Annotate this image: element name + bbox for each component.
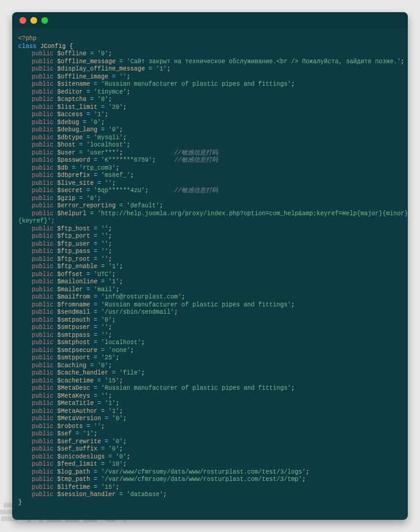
semicolon: ; — [108, 50, 112, 57]
code-line: public $sef_rewrite = '0'; — [12, 438, 408, 446]
string-value: '/var/www/cfmrsomy/data/www/rosturplast.… — [101, 476, 302, 483]
public-keyword: public — [32, 66, 54, 72]
var-name: $MetaTitle — [57, 400, 94, 407]
code-line: public $smtphost = 'localhost'; — [12, 339, 408, 347]
var-name: $sef — [57, 430, 72, 437]
public-keyword: public — [32, 180, 54, 187]
string-value: 'Russian manufacturer of plastic pipes a… — [101, 302, 291, 308]
string-value: 'localhost' — [86, 142, 127, 148]
code-line: {keyref}'; — [12, 218, 408, 226]
code-line: public $ftp_user = ''; — [12, 241, 408, 249]
string-value: '' — [119, 74, 127, 80]
public-keyword: public — [32, 119, 54, 126]
var-name: $ftp_root — [57, 256, 90, 263]
public-keyword: public — [32, 430, 54, 437]
public-keyword: public — [32, 165, 54, 171]
semicolon: ; — [291, 302, 295, 308]
semicolon: ; — [119, 446, 123, 452]
string-value: '0' — [97, 362, 108, 369]
semicolon: ; — [94, 430, 97, 437]
string-value: '0' — [90, 119, 101, 126]
window-titlebar — [12, 12, 408, 28]
semicolon: ; — [108, 96, 112, 103]
public-keyword: public — [32, 210, 54, 217]
semicolon: ; — [302, 476, 306, 483]
code-line: public $offline_image = ''; — [12, 74, 408, 81]
var-name: $fromname — [57, 302, 90, 308]
code-line: public $gzip = '0'; — [12, 195, 408, 203]
close-icon[interactable] — [19, 17, 26, 24]
semicolon: ; — [116, 354, 119, 361]
string-value: '' — [94, 423, 101, 430]
var-name: $offline_image — [57, 74, 108, 80]
code-line: public $session_handler = 'database'; — [12, 491, 408, 499]
string-value: '1' — [108, 278, 119, 285]
public-keyword: public — [32, 317, 54, 323]
semicolon: ; — [291, 385, 295, 392]
public-keyword: public — [32, 393, 54, 399]
public-keyword: public — [32, 476, 54, 483]
var-name: $cache_handler — [57, 370, 108, 376]
string-value: '1' — [108, 408, 119, 415]
semicolon: ; — [108, 226, 112, 232]
public-keyword: public — [32, 278, 54, 285]
public-keyword: public — [32, 89, 54, 95]
code-line: public $smtpuser = ''; — [12, 324, 408, 332]
string-value: '1' — [108, 263, 119, 270]
public-keyword: public — [32, 111, 54, 118]
public-keyword: public — [32, 362, 54, 369]
code-line: <?php — [12, 35, 408, 43]
code-line: public $smtpport = '25'; — [12, 354, 408, 362]
code-line: public $mailer = 'mail'; — [12, 286, 408, 294]
code-line: public $MetaVersion = '0'; — [12, 415, 408, 423]
semicolon: ; — [97, 195, 101, 202]
var-name: $session_handler — [57, 491, 116, 498]
minimize-icon[interactable] — [30, 17, 37, 24]
string-value: '0' — [116, 454, 127, 460]
semicolon: ; — [101, 119, 105, 126]
string-value: '1' — [83, 430, 94, 437]
code-line: public $MetaKeys = ''; — [12, 393, 408, 401]
public-keyword: public — [32, 446, 54, 452]
var-name: $password — [57, 157, 90, 164]
public-keyword: public — [32, 469, 54, 475]
semicolon: ; — [123, 438, 127, 445]
string-value: 'Russian manufacturer of plastic pipes a… — [101, 385, 291, 392]
public-keyword: public — [32, 233, 54, 240]
semicolon: ; — [108, 362, 112, 369]
string-value: 'database' — [127, 491, 163, 498]
public-keyword: public — [32, 256, 54, 263]
var-name: $sef_rewrite — [57, 438, 101, 445]
maximize-icon[interactable] — [41, 17, 48, 24]
var-name: $dbtype — [57, 134, 83, 141]
semicolon: ; — [127, 142, 130, 148]
semicolon: ; — [127, 74, 130, 80]
string-value: '/usr/sbin/sendmail' — [101, 309, 174, 316]
code-line: public $captcha = '0'; — [12, 96, 408, 104]
var-name: $user — [57, 150, 75, 156]
code-line: public $access = '1'; — [12, 111, 408, 119]
public-keyword: public — [32, 400, 54, 407]
public-keyword: public — [32, 142, 54, 148]
public-keyword: public — [32, 491, 54, 498]
semicolon: ; — [174, 309, 178, 316]
string-value: 'K*******6759' — [101, 157, 152, 164]
public-keyword: public — [32, 172, 54, 179]
var-name: $offline — [57, 50, 86, 57]
var-name: $host — [57, 142, 75, 148]
class-keyword: class — [18, 43, 37, 50]
string-value: '25' — [101, 354, 116, 361]
semicolon: ; — [108, 332, 112, 339]
var-name: $access — [57, 111, 83, 118]
string-value: '' — [101, 248, 108, 255]
code-line: public $ftp_root = ''; — [12, 256, 408, 264]
code-line: public $user = 'user***'; //敏感信息打码 — [12, 150, 408, 157]
semicolon: ; — [108, 241, 112, 247]
redaction-comment: //敏感信息打码 — [174, 157, 218, 164]
code-line: public $editor = 'tinymce'; — [12, 89, 408, 97]
var-name: $smtphost — [57, 339, 90, 346]
string-value: 'info@rosturplast.com' — [101, 294, 181, 300]
code-line: public $error_reporting = 'default'; — [12, 202, 408, 210]
semicolon: ; — [141, 339, 145, 346]
public-keyword: public — [32, 202, 54, 209]
